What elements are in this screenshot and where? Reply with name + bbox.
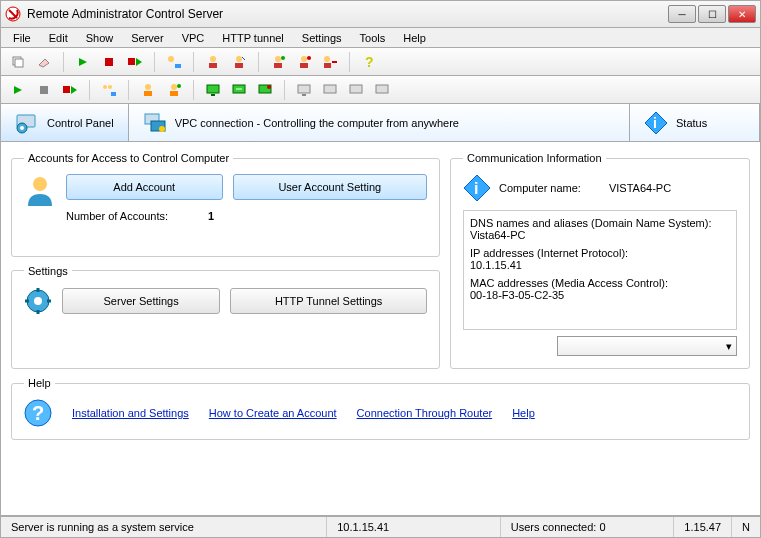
dns-label: DNS names and aliases (Domain Name Syste… bbox=[470, 217, 730, 229]
ip-label: IP addresses (Internet Protocol): bbox=[470, 247, 730, 259]
stop-play-icon[interactable] bbox=[124, 51, 146, 73]
user-red4-icon[interactable] bbox=[293, 51, 315, 73]
svg-point-47 bbox=[33, 177, 47, 191]
svg-rect-31 bbox=[211, 94, 215, 96]
svg-point-22 bbox=[103, 85, 107, 89]
help-group: Help ? Installation and Settings How to … bbox=[11, 377, 750, 440]
svg-rect-36 bbox=[302, 94, 306, 96]
menu-vpc[interactable]: VPC bbox=[174, 30, 213, 46]
green-monitor2-icon[interactable] bbox=[228, 79, 250, 101]
svg-rect-39 bbox=[376, 85, 388, 93]
green-monitor1-icon[interactable] bbox=[202, 79, 224, 101]
stop-play2-icon[interactable] bbox=[59, 79, 81, 101]
svg-point-9 bbox=[236, 56, 242, 62]
maximize-button[interactable]: ☐ bbox=[698, 5, 726, 23]
link-installation[interactable]: Installation and Settings bbox=[72, 407, 189, 419]
svg-rect-35 bbox=[298, 85, 310, 93]
mac-label: MAC addresses (Media Access Control): bbox=[470, 277, 730, 289]
gray-monitor2-icon[interactable] bbox=[319, 79, 341, 101]
svg-rect-3 bbox=[105, 58, 113, 66]
user-orange1-icon[interactable] bbox=[137, 79, 159, 101]
status-service: Server is running as a system service bbox=[1, 517, 327, 537]
gear-icon bbox=[24, 287, 52, 315]
toolbar-1: ? bbox=[0, 48, 761, 76]
status-users: Users connected: 0 bbox=[501, 517, 675, 537]
svg-point-16 bbox=[307, 56, 311, 60]
status-extra: N bbox=[732, 517, 760, 537]
svg-point-23 bbox=[108, 85, 112, 89]
gray-monitor1-icon[interactable] bbox=[293, 79, 315, 101]
add-account-button[interactable]: Add Account bbox=[66, 174, 223, 200]
svg-text:i: i bbox=[653, 115, 657, 131]
computer-name-value: VISTA64-PC bbox=[609, 182, 671, 194]
gray-monitor3-icon[interactable] bbox=[345, 79, 367, 101]
menu-help[interactable]: Help bbox=[395, 30, 434, 46]
user-icon bbox=[24, 174, 56, 206]
link-help[interactable]: Help bbox=[512, 407, 535, 419]
stop-icon[interactable] bbox=[98, 51, 120, 73]
svg-rect-18 bbox=[324, 63, 331, 68]
menu-settings[interactable]: Settings bbox=[294, 30, 350, 46]
svg-rect-30 bbox=[207, 85, 219, 93]
info-icon: i bbox=[463, 174, 491, 202]
link-router[interactable]: Connection Through Router bbox=[357, 407, 493, 419]
user-net-icon[interactable] bbox=[163, 51, 185, 73]
tab-label: Control Panel bbox=[47, 117, 114, 129]
minimize-button[interactable]: ─ bbox=[668, 5, 696, 23]
svg-point-29 bbox=[177, 84, 181, 88]
menubar: File Edit Show Server VPC HTTP tunnel Se… bbox=[0, 28, 761, 48]
menu-server[interactable]: Server bbox=[123, 30, 171, 46]
accounts-group: Accounts for Access to Control Computer … bbox=[11, 152, 440, 257]
play-icon[interactable] bbox=[72, 51, 94, 73]
tab-status[interactable]: i Status bbox=[630, 104, 760, 141]
svg-point-5 bbox=[168, 56, 174, 62]
user-red2-icon[interactable] bbox=[228, 51, 250, 73]
link-create-account[interactable]: How to Create an Account bbox=[209, 407, 337, 419]
http-tunnel-settings-button[interactable]: HTTP Tunnel Settings bbox=[230, 288, 427, 314]
account-count-label: Number of Accounts: bbox=[66, 210, 168, 222]
content-panel: Accounts for Access to Control Computer … bbox=[0, 142, 761, 516]
user-red3-icon[interactable] bbox=[267, 51, 289, 73]
svg-point-7 bbox=[210, 56, 216, 62]
chevron-down-icon: ▾ bbox=[726, 340, 732, 353]
svg-rect-37 bbox=[324, 85, 336, 93]
svg-text:?: ? bbox=[365, 55, 374, 69]
green-monitor3-icon[interactable] bbox=[254, 79, 276, 101]
menu-tools[interactable]: Tools bbox=[352, 30, 394, 46]
server-settings-button[interactable]: Server Settings bbox=[62, 288, 220, 314]
svg-rect-24 bbox=[111, 92, 116, 96]
gear-monitor-icon bbox=[15, 111, 39, 135]
titlebar: Remote Administrator Control Server ─ ☐ … bbox=[0, 0, 761, 28]
communication-details[interactable]: DNS names and aliases (Domain Name Syste… bbox=[463, 210, 737, 330]
question-icon: ? bbox=[24, 399, 52, 427]
tab-vpc[interactable]: VPC connection - Controlling the compute… bbox=[129, 104, 630, 141]
settings-group: Settings Server Settings HTTP Tunnel Set… bbox=[11, 265, 440, 370]
play2-icon[interactable] bbox=[7, 79, 29, 101]
svg-point-27 bbox=[171, 84, 177, 90]
menu-edit[interactable]: Edit bbox=[41, 30, 76, 46]
menu-http-tunnel[interactable]: HTTP tunnel bbox=[214, 30, 292, 46]
tab-label: Status bbox=[676, 117, 707, 129]
help-toolbar-icon[interactable]: ? bbox=[358, 51, 380, 73]
adapter-dropdown[interactable]: ▾ bbox=[557, 336, 737, 356]
svg-point-17 bbox=[324, 56, 330, 62]
gray-monitor4-icon[interactable] bbox=[371, 79, 393, 101]
statusbar: Server is running as a system service 10… bbox=[0, 516, 761, 538]
mac-value: 00-18-F3-05-C2-35 bbox=[470, 289, 730, 301]
erase-icon[interactable] bbox=[33, 51, 55, 73]
copy-icon[interactable] bbox=[7, 51, 29, 73]
svg-rect-20 bbox=[40, 86, 48, 94]
user-orange2-icon[interactable] bbox=[163, 79, 185, 101]
svg-rect-12 bbox=[274, 63, 282, 68]
close-button[interactable]: ✕ bbox=[728, 5, 756, 23]
user-red5-icon[interactable] bbox=[319, 51, 341, 73]
tab-control-panel[interactable]: Control Panel bbox=[1, 104, 129, 141]
user-account-setting-button[interactable]: User Account Setting bbox=[233, 174, 427, 200]
user-red1-icon[interactable] bbox=[202, 51, 224, 73]
dns-value: Vista64-PC bbox=[470, 229, 730, 241]
svg-text:?: ? bbox=[32, 402, 44, 424]
stop2-icon[interactable] bbox=[33, 79, 55, 101]
menu-show[interactable]: Show bbox=[78, 30, 122, 46]
menu-file[interactable]: File bbox=[5, 30, 39, 46]
users-net-icon[interactable] bbox=[98, 79, 120, 101]
